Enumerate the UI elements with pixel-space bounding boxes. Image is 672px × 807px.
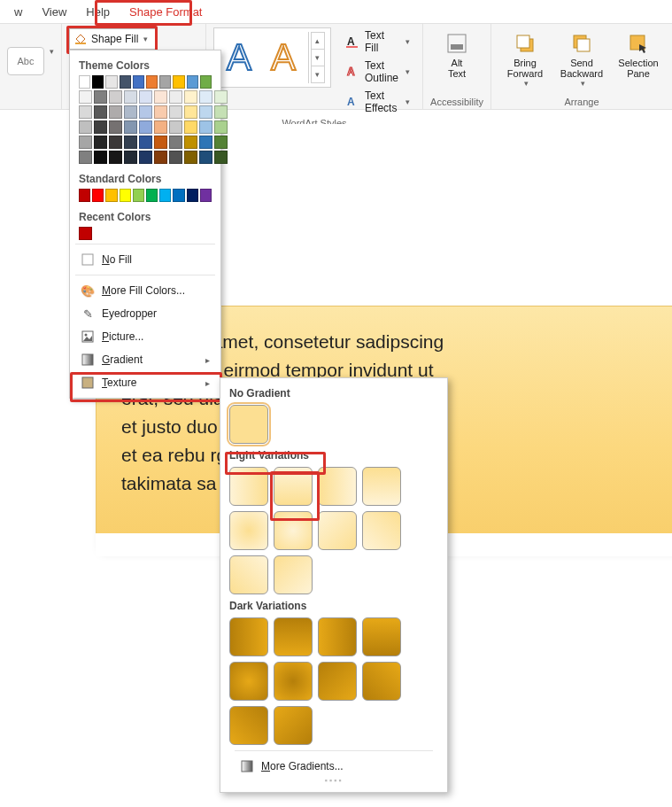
color-swatch[interactable] <box>120 189 131 202</box>
color-swatch[interactable] <box>169 120 182 134</box>
color-swatch[interactable] <box>139 105 152 119</box>
color-swatch[interactable] <box>124 151 137 164</box>
color-swatch[interactable] <box>92 75 104 89</box>
color-swatch[interactable] <box>199 105 212 119</box>
color-swatch[interactable] <box>79 75 90 89</box>
color-swatch[interactable] <box>124 105 137 119</box>
color-swatch[interactable] <box>109 120 122 134</box>
color-swatch[interactable] <box>169 136 182 149</box>
menu-item-help[interactable]: Help <box>77 2 119 22</box>
chevron-down-icon[interactable]: ▾ <box>311 49 325 66</box>
color-swatch[interactable] <box>79 189 90 202</box>
more-gradients-item[interactable]: More Gradients... <box>229 755 438 778</box>
gallery-scroll[interactable]: ▴ ▾ ▾ <box>308 32 325 83</box>
chevron-down-icon[interactable]: ▾ <box>50 47 54 56</box>
gradient-tile-no-gradient[interactable] <box>229 405 268 444</box>
color-swatch[interactable] <box>214 151 228 164</box>
color-swatch[interactable] <box>79 90 92 104</box>
menu-item-view[interactable]: View <box>33 2 75 22</box>
color-swatch[interactable] <box>184 136 197 149</box>
color-swatch[interactable] <box>159 75 171 89</box>
color-swatch[interactable] <box>94 90 107 104</box>
color-swatch[interactable] <box>94 120 107 134</box>
gradient-tile[interactable] <box>362 511 401 550</box>
color-swatch[interactable] <box>184 151 197 164</box>
gradient-tile[interactable] <box>229 617 268 656</box>
text-effects-button[interactable]: A Text Effects▾ <box>340 88 415 116</box>
color-swatch[interactable] <box>124 90 137 104</box>
color-swatch[interactable] <box>105 75 117 89</box>
color-swatch[interactable] <box>154 136 167 149</box>
color-swatch[interactable] <box>79 151 92 164</box>
color-swatch[interactable] <box>187 189 198 202</box>
wordart-style-1[interactable]: A <box>220 36 259 79</box>
color-swatch[interactable] <box>173 75 184 89</box>
resize-grip[interactable]: ▪▪▪▪ <box>229 778 438 783</box>
color-swatch[interactable] <box>133 75 144 89</box>
color-swatch[interactable] <box>154 120 167 134</box>
wordart-style-2[interactable]: A <box>264 36 303 79</box>
wordart-gallery[interactable]: A A ▴ ▾ ▾ <box>213 27 331 88</box>
eyedropper-item[interactable]: ✎ Eyedropper <box>70 302 220 325</box>
color-swatch[interactable] <box>214 136 228 149</box>
color-swatch[interactable] <box>109 90 122 104</box>
color-swatch[interactable] <box>146 189 158 202</box>
color-swatch[interactable] <box>105 189 117 202</box>
color-swatch[interactable] <box>94 151 107 164</box>
color-swatch[interactable] <box>154 151 167 164</box>
menu-item-w[interactable]: w <box>5 2 31 22</box>
shape-fill-button[interactable]: Shape Fill ▾ <box>69 28 158 50</box>
gradient-tile[interactable] <box>274 467 313 506</box>
color-swatch[interactable] <box>109 105 122 119</box>
no-fill-item[interactable]: NNo Fillo Fill <box>70 248 220 271</box>
color-swatch[interactable] <box>139 151 152 164</box>
gradient-tile[interactable] <box>274 555 313 594</box>
gradient-tile[interactable] <box>229 467 268 506</box>
gradient-tile[interactable] <box>274 706 313 745</box>
color-swatch[interactable] <box>124 120 137 134</box>
color-swatch[interactable] <box>169 105 182 119</box>
color-swatch[interactable] <box>159 189 171 202</box>
text-fill-button[interactable]: A Text Fill▾ <box>340 27 415 56</box>
gradient-tile[interactable] <box>229 662 268 701</box>
menu-item-shape-format[interactable]: Shape Format <box>120 2 211 22</box>
color-swatch[interactable] <box>154 90 167 104</box>
gradient-tile[interactable] <box>318 662 357 701</box>
color-swatch[interactable] <box>214 120 228 134</box>
color-swatch[interactable] <box>184 105 197 119</box>
color-swatch[interactable] <box>169 151 182 164</box>
color-swatch[interactable] <box>187 75 198 89</box>
color-swatch[interactable] <box>199 120 212 134</box>
color-swatch[interactable] <box>139 136 152 149</box>
gradient-tile[interactable] <box>229 706 268 745</box>
gradient-tile[interactable] <box>362 617 401 656</box>
color-swatch[interactable] <box>169 90 182 104</box>
color-swatch[interactable] <box>146 75 158 89</box>
color-swatch[interactable] <box>199 90 212 104</box>
color-swatch[interactable] <box>94 105 107 119</box>
shape-style-sample[interactable]: Abc <box>7 47 44 75</box>
color-swatch[interactable] <box>79 136 92 149</box>
color-swatch[interactable] <box>139 90 152 104</box>
gradient-tile[interactable] <box>318 617 357 656</box>
color-swatch[interactable] <box>184 90 197 104</box>
color-swatch[interactable] <box>109 136 122 149</box>
gradient-tile[interactable] <box>274 662 313 701</box>
text-outline-button[interactable]: A Text Outline▾ <box>340 58 415 86</box>
chevron-up-icon[interactable]: ▴ <box>311 32 325 49</box>
color-swatch[interactable] <box>124 136 137 149</box>
gradient-tile[interactable] <box>274 511 313 550</box>
gradient-item[interactable]: Gradient ▸ <box>70 348 220 371</box>
picture-item[interactable]: Picture... <box>70 325 220 348</box>
color-swatch[interactable] <box>199 151 212 164</box>
alt-text-button[interactable]: Alt Text <box>430 27 483 82</box>
selection-pane-button[interactable]: Selection Pane <box>612 27 665 82</box>
color-swatch[interactable] <box>214 90 228 104</box>
color-swatch[interactable] <box>133 189 144 202</box>
gradient-tile[interactable] <box>318 511 357 550</box>
gradient-tile[interactable] <box>274 617 313 656</box>
gradient-tile[interactable] <box>362 467 401 506</box>
bring-forward-button[interactable]: Bring Forward▾ <box>498 27 552 91</box>
color-swatch[interactable] <box>214 105 228 119</box>
color-swatch[interactable] <box>79 227 92 240</box>
